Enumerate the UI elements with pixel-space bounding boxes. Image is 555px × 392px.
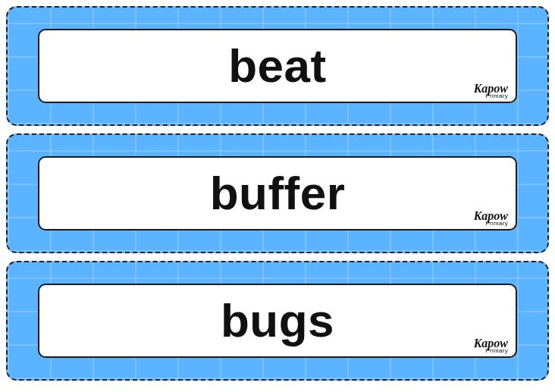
word-card: buffer Kapow Primary — [6, 133, 549, 253]
word-card-inner: beat Kapow Primary — [38, 29, 517, 103]
brand-logo: Kapow Primary — [474, 83, 508, 99]
word-card-stack: beat Kapow Primary buffer Kapow Primary … — [6, 6, 549, 381]
word-card: beat Kapow Primary — [6, 6, 549, 126]
brand-logo: Kapow Primary — [474, 211, 508, 226]
brand-logo: Kapow Primary — [474, 338, 508, 353]
word-card-inner: bugs Kapow Primary — [38, 284, 517, 358]
word-card-inner: buffer Kapow Primary — [38, 156, 517, 230]
word-text: buffer — [210, 170, 346, 217]
word-card: bugs Kapow Primary — [6, 261, 549, 381]
word-text: beat — [228, 42, 326, 89]
word-text: bugs — [221, 297, 334, 344]
